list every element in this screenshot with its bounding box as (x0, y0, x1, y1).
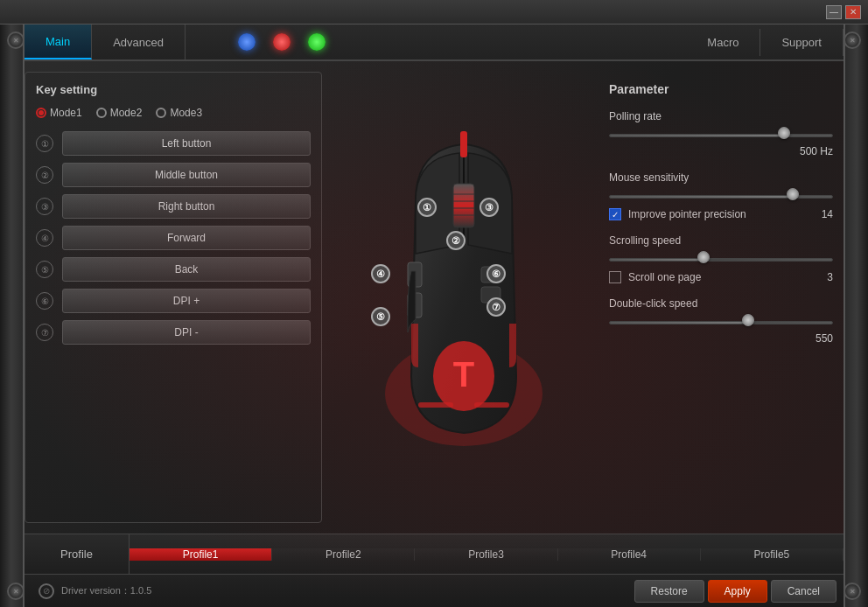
screw-br (844, 583, 861, 600)
nav-indicators (238, 33, 326, 51)
parameter-title: Parameter (609, 82, 833, 96)
right-button-btn[interactable]: Right button (62, 194, 311, 219)
nav-bar: Main Advanced Macro Support (24, 24, 844, 61)
left-button-btn[interactable]: Left button (62, 131, 311, 156)
polling-rate-thumb[interactable] (778, 127, 790, 139)
btn-num-4: ④ (36, 229, 53, 247)
scroll-one-page-row: Scroll one page 3 (609, 271, 833, 283)
scrolling-slider-container (609, 254, 833, 266)
key-setting-title: Key setting (36, 83, 311, 96)
svg-rect-2 (460, 131, 467, 157)
polling-rate-section: Polling rate 500 Hz (609, 110, 833, 157)
mouse-visual-panel: T ① ② ③ ④ ⑤ (329, 72, 598, 523)
svg-rect-3 (453, 184, 474, 227)
mode1-radio-circle (36, 108, 46, 118)
polling-rate-track (609, 134, 833, 137)
polling-rate-fill (610, 135, 783, 136)
dpi-minus-btn[interactable]: DPI - (62, 320, 311, 345)
btn-num-7: ⑦ (36, 324, 53, 341)
sensitivity-thumb[interactable] (787, 188, 799, 200)
profile-tab-4[interactable]: Profile4 (558, 548, 701, 561)
screw-tl (7, 31, 24, 49)
screw-tr (844, 31, 861, 49)
button-row-7: ⑦ DPI - (36, 320, 311, 345)
bottom-bar: ⊘ Driver version：1.0.5 Restore Apply Can… (24, 574, 844, 607)
back-button-btn[interactable]: Back (62, 257, 311, 282)
btn-num-6: ⑥ (36, 292, 53, 310)
tab-support[interactable]: Support (760, 29, 844, 56)
btn-num-5: ⑤ (36, 261, 53, 278)
driver-icon: ⊘ (38, 583, 54, 599)
svg-text:T: T (453, 355, 474, 394)
button-row-4: ④ Forward (36, 226, 311, 250)
mode3-radio[interactable]: Mode3 (156, 107, 202, 119)
side-border-right (844, 24, 868, 607)
polling-rate-value: 500 Hz (609, 145, 833, 157)
led-indicator-blue[interactable] (238, 33, 256, 51)
profile-tabs: Profile1 Profile2 Profile3 Profile4 Prof… (130, 548, 844, 561)
scrolling-thumb[interactable] (697, 251, 710, 263)
parameter-panel: Parameter Polling rate 500 Hz Mouse sens… (598, 72, 844, 523)
minimize-button[interactable]: — (826, 5, 842, 19)
improve-precision-value: 14 (822, 208, 833, 220)
double-click-thumb[interactable] (742, 314, 754, 326)
close-button[interactable]: ✕ (845, 5, 861, 19)
scrolling-speed-label: Scrolling speed (609, 234, 833, 247)
double-click-track (609, 321, 833, 324)
polling-rate-label: Polling rate (609, 110, 833, 122)
screw-bl (7, 583, 24, 600)
action-buttons: Restore Apply Cancel (634, 580, 836, 603)
restore-button[interactable]: Restore (634, 580, 704, 603)
profile-tab-1[interactable]: Profile1 (130, 548, 272, 561)
mode2-radio[interactable]: Mode2 (96, 107, 143, 119)
apply-button[interactable]: Apply (708, 580, 767, 603)
scroll-one-page-label: Scroll one page (628, 271, 820, 283)
profile-bar: Profile Profile1 Profile2 Profile3 Profi… (24, 534, 844, 574)
profile-tab-5[interactable]: Profile5 (701, 548, 844, 561)
led-indicator-green[interactable] (308, 33, 326, 51)
scroll-one-page-checkbox[interactable] (609, 271, 621, 283)
mode1-radio[interactable]: Mode1 (36, 107, 82, 119)
cancel-button[interactable]: Cancel (771, 580, 836, 603)
forward-button-btn[interactable]: Forward (62, 226, 311, 250)
polling-rate-slider-container (609, 129, 833, 142)
double-click-value: 550 (609, 332, 833, 345)
sensitivity-label: Mouse sensitivity (609, 171, 833, 184)
dpi-plus-btn[interactable]: DPI + (62, 289, 311, 313)
content-area: Key setting Mode1 Mode2 Mode3 ① Left but… (24, 61, 844, 534)
sensitivity-track (609, 195, 833, 199)
mode3-radio-circle (156, 108, 166, 118)
driver-version: ⊘ Driver version：1.0.5 (38, 583, 634, 599)
sensitivity-slider-container (609, 191, 833, 203)
button-row-5: ⑤ Back (36, 257, 311, 282)
button-row-3: ③ Right button (36, 194, 311, 219)
scroll-one-page-value: 3 (827, 271, 833, 283)
improve-precision-label: Improve pointer precision (628, 208, 815, 220)
mode-row: Mode1 Mode2 Mode3 (36, 107, 311, 119)
tab-main[interactable]: Main (24, 24, 92, 59)
svg-rect-15 (474, 402, 509, 408)
mouse-visual: T ① ② ③ ④ ⑤ (368, 131, 560, 464)
profile-tab-2[interactable]: Profile2 (272, 548, 415, 561)
btn-num-1: ① (36, 135, 53, 152)
improve-precision-checkbox[interactable] (609, 208, 621, 220)
key-setting-panel: Key setting Mode1 Mode2 Mode3 ① Left but… (24, 72, 322, 523)
button-row-2: ② Middle button (36, 163, 311, 187)
button-row-1: ① Left button (36, 131, 311, 156)
tab-advanced[interactable]: Advanced (92, 24, 186, 59)
nav-right: Macro Support (686, 29, 844, 56)
double-click-section: Double-click speed 550 (609, 297, 833, 345)
led-indicator-red[interactable] (273, 33, 290, 51)
tab-macro[interactable]: Macro (686, 29, 760, 56)
middle-button-btn[interactable]: Middle button (62, 163, 311, 187)
improve-precision-row: Improve pointer precision 14 (609, 208, 833, 220)
double-click-label: Double-click speed (609, 297, 833, 310)
mouse-label-3: ③ (480, 198, 499, 217)
double-click-fill (610, 322, 747, 324)
mode2-radio-circle (96, 108, 107, 118)
scrolling-fill (610, 259, 704, 261)
svg-rect-14 (418, 402, 453, 408)
mouse-svg: T (368, 131, 560, 464)
button-row-6: ⑥ DPI + (36, 289, 311, 313)
profile-tab-3[interactable]: Profile3 (415, 548, 557, 561)
